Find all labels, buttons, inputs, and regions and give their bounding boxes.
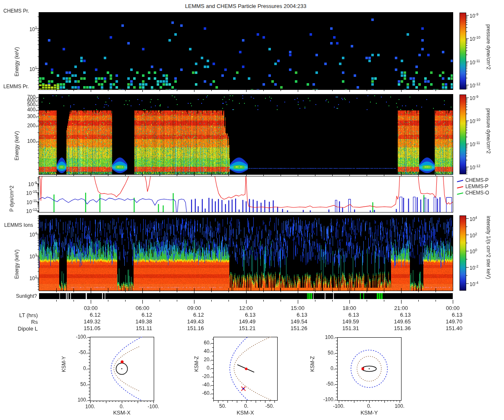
- orbit-y-tick-label: 20.: [192, 357, 211, 362]
- orbit-y-tick-label: -50.: [68, 350, 87, 355]
- orbit-y-tick-label: -40.: [192, 382, 211, 388]
- row-value: 149.32: [67, 319, 100, 324]
- row-label-rs: Rs: [4, 319, 38, 325]
- row-value: 6.13: [429, 312, 462, 318]
- time-label: 12:00: [234, 305, 259, 311]
- legend-label-chems-p: CHEMS-P: [465, 178, 488, 183]
- legend-label-lemms-p: LEMMS-P: [465, 184, 488, 189]
- row-value: 149.54: [274, 319, 307, 324]
- spectrogram-lemms-pressure: [39, 94, 453, 174]
- colorbar-tick-label: 10-2: [470, 264, 478, 271]
- orbit-x-tick-label: -100.: [143, 404, 164, 410]
- panel-label-lemms-ions: LEMMS Ions: [4, 223, 33, 228]
- orbit2-x-label: KSM-X: [233, 410, 258, 416]
- orbit-y-tick-label: -20.: [192, 374, 211, 379]
- sunlight-label: Sunlight?: [8, 294, 37, 299]
- row-value: 151.40: [429, 326, 462, 331]
- orbit3-y-label: KSM-Z: [310, 356, 315, 372]
- row-value: 6.13: [222, 312, 256, 318]
- orbit-y-tick-label: 100.: [315, 335, 335, 340]
- y-tick-label: 102: [19, 274, 37, 281]
- colorbar-tick-label: 102: [470, 231, 477, 239]
- row-value: 151.26: [274, 326, 307, 331]
- time-label: 21:00: [388, 305, 414, 311]
- y-tick-label: 100.: [19, 139, 37, 144]
- colorbar-tick-label: 10-11: [470, 58, 480, 66]
- panel-label-chems-pr: CHEMS Pr.: [3, 8, 29, 14]
- colorbar-tick-label: 10-10: [470, 117, 480, 124]
- y-tick-label: 102: [19, 25, 37, 32]
- orbit-y-tick-label: 40.: [192, 349, 211, 354]
- orbit-y-tick-label: -50.: [315, 381, 335, 387]
- y-tick-label: 103: [19, 252, 37, 260]
- time-label: 18:00: [337, 305, 362, 311]
- orbit1-x-label: KSM-X: [109, 410, 134, 416]
- y-tick-label: 200.: [19, 123, 37, 129]
- orbit-x-tick-label: -100.: [328, 404, 349, 409]
- colorbar-caption-pressure-1: pressure dyne/cm^2: [486, 24, 491, 79]
- orbit1-y-label: KSM-Y: [61, 356, 67, 372]
- row-value: 6.12: [118, 312, 152, 318]
- time-label: 00:00: [440, 305, 465, 311]
- colorbar-tick-label: 104: [470, 215, 477, 222]
- row-value: 149.43: [170, 319, 204, 324]
- orbit-y-tick-label: 60.: [192, 340, 211, 346]
- y-tick-label: 10-12: [17, 207, 37, 214]
- line-plot-pressures: [39, 176, 453, 212]
- row-value: 151.21: [222, 326, 256, 331]
- y-tick-label: 104: [19, 231, 37, 238]
- orbit-x-tick-label: 50.: [212, 404, 233, 409]
- row-label-dipole-l: Dipole L: [4, 326, 38, 332]
- y-axis-label-pdyn: P dyn/cm^2: [9, 178, 15, 212]
- colorbar-tick-label: 10-11: [470, 140, 480, 147]
- row-value: 149.59: [326, 319, 359, 324]
- colorbar-tick-label: 10-4: [470, 280, 478, 287]
- colorbar-tick-label: 10-12: [470, 81, 480, 89]
- colorbar-pressure-mid: [459, 94, 466, 174]
- colorbar-intensity: [459, 215, 466, 291]
- spectrogram-lemms-ions: [39, 215, 453, 291]
- orbit-y-tick-label: 50.: [68, 382, 87, 387]
- y-tick-label: 10-11: [17, 198, 37, 205]
- row-value: 151.11: [118, 326, 152, 331]
- orbit-x-tick-label: 0.: [111, 404, 132, 410]
- row-value: 149.65: [377, 319, 411, 324]
- row-value: 149.38: [118, 319, 152, 324]
- time-label: 06:00: [130, 305, 155, 311]
- y-tick-label: 10-9: [17, 180, 37, 187]
- colorbar-tick-label: 100: [470, 247, 477, 255]
- colorbar-tick-label: 10-9: [470, 94, 478, 101]
- row-value: 6.12: [170, 312, 204, 318]
- time-label: 09:00: [181, 305, 207, 311]
- orbit3-x-label: KSM-Y: [357, 410, 382, 416]
- colorbar-tick-label: 10-10: [470, 35, 480, 42]
- colorbar-caption-pressure-2: pressure dyne/cm^2: [486, 108, 491, 163]
- orbit-x-tick-label: 0.: [236, 404, 257, 409]
- orbit-y-tick-label: 0.: [315, 366, 335, 371]
- colorbar-tick-label: 10-9: [470, 12, 478, 19]
- panel-label-lemms-pr: LEMMS Pr.: [3, 84, 29, 89]
- orbit-y-tick-label: 0.: [192, 365, 211, 371]
- orbit-y-tick-label: 50.: [315, 350, 335, 356]
- orbit-y-tick-label: 0.: [68, 366, 87, 371]
- row-value: 6.12: [67, 312, 100, 318]
- spectrogram-chems-pressure: [39, 13, 453, 89]
- row-value: 6.13: [326, 312, 359, 318]
- orbit-y-tick-label: 100.: [68, 397, 87, 403]
- orbit-y-tick-label: -100.: [315, 397, 335, 402]
- row-value: 151.16: [170, 326, 204, 331]
- orbit-y-tick-label: -100.: [68, 334, 87, 340]
- orbit-x-tick-label: 0.: [359, 404, 380, 409]
- colorbar-pressure-top: [459, 13, 466, 89]
- sunlight-event-bar: [39, 293, 453, 299]
- orbit-x-tick-label: 100.: [80, 404, 101, 410]
- orbit-x-tick-label: -50.: [259, 404, 280, 409]
- y-tick-label: 10-10: [17, 189, 37, 196]
- orbit-y-tick-label: -60.: [192, 391, 211, 396]
- y-tick-label: 101: [19, 65, 37, 72]
- colorbar-tick-label: 10-12: [470, 163, 480, 171]
- row-value: 6.13: [274, 312, 307, 318]
- row-label-lt: LT (hrs): [4, 312, 38, 318]
- time-label: 15:00: [285, 305, 310, 311]
- y-tick-label: 400.: [19, 107, 37, 113]
